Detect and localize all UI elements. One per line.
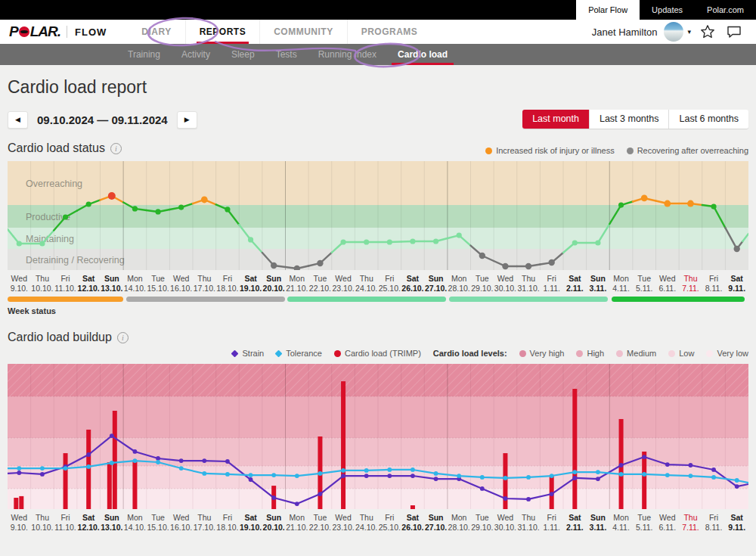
subnav-item-cardio-load[interactable]: Cardio load <box>387 44 458 65</box>
legend-item: Recovering after overreaching <box>627 146 748 155</box>
legend-level-item: Low <box>668 349 694 358</box>
cardio-load-status-chart: OverreachingProductiveMaintainingDetrain… <box>8 161 748 270</box>
week-status-bar <box>8 297 748 302</box>
chevron-down-icon[interactable]: ▾ <box>687 28 691 36</box>
nav-item-community[interactable]: COMMUNITY <box>259 20 347 44</box>
status-section-header: Cardio load statusi Increased risk of in… <box>8 141 748 155</box>
week-status-segment <box>126 297 285 302</box>
date-range-text: 09.10.2024 — 09.11.2024 <box>37 113 168 126</box>
prev-period-button[interactable]: ◀ <box>8 111 28 129</box>
topbar-tab-updates[interactable]: Updates <box>640 0 695 20</box>
info-icon[interactable]: i <box>110 143 122 154</box>
logo-divider <box>67 26 67 38</box>
legend-dot-icon <box>485 148 492 154</box>
polar-logo[interactable]: PLAR. FLOW <box>9 23 107 40</box>
buildup-section-header: Cardio load buildupi StrainToleranceCard… <box>8 331 748 358</box>
user-name[interactable]: Janet Hamilton <box>592 26 658 38</box>
nav-menu: DIARYREPORTSCOMMUNITYPROGRAMS <box>128 20 431 44</box>
status-legend: Increased risk of injury or illnessRecov… <box>485 146 748 155</box>
flow-wordmark: FLOW <box>75 26 107 38</box>
legend-item: Increased risk of injury or illness <box>485 146 615 155</box>
nav-item-diary[interactable]: DIARY <box>128 20 184 44</box>
favorites-star-icon[interactable] <box>698 22 717 42</box>
site-topbar: Polar FlowUpdatesPolar.com <box>0 0 756 20</box>
legend-level-item: High <box>576 349 604 358</box>
feedback-chat-icon[interactable] <box>724 22 744 42</box>
legend-diamond-icon <box>231 349 239 357</box>
user-area: Janet Hamilton ▾ <box>592 22 756 42</box>
next-period-button[interactable]: ▶ <box>177 111 197 129</box>
info-icon[interactable]: i <box>117 332 129 343</box>
legend-dot-icon <box>576 350 583 357</box>
polar-logo-o-icon <box>19 26 29 37</box>
status-chart-x-axis: Wed9.10.Thu10.10.Fri11.10.Sat12.10.Sun13… <box>8 274 748 294</box>
legend-circle-icon <box>334 350 341 357</box>
legend-dot-icon <box>616 350 623 357</box>
legend-item: Strain <box>232 349 264 358</box>
week-status-segment <box>287 297 446 302</box>
nav-item-programs[interactable]: PROGRAMS <box>347 20 432 44</box>
reports-subnav: TrainingActivitySleepTestsRunning IndexC… <box>0 44 756 65</box>
legend-diamond-icon <box>275 349 283 357</box>
subnav-item-training[interactable]: Training <box>117 44 171 65</box>
subnav-item-sleep[interactable]: Sleep <box>221 44 265 65</box>
buildup-chart-x-axis: Wed9.10.Thu10.10.Fri11.10.Sat12.10.Sun13… <box>8 513 748 533</box>
buildup-heading: Cardio load buildupi <box>8 331 748 344</box>
content: Cardio load report ◀ 09.10.2024 — 09.11.… <box>0 77 756 533</box>
legend-dot-icon <box>706 350 713 357</box>
main-nav: PLAR. FLOW DIARYREPORTSCOMMUNITYPROGRAMS… <box>0 20 756 44</box>
legend-level-item: Medium <box>616 349 656 358</box>
range-button-last-month[interactable]: Last month <box>522 110 589 129</box>
axis-day-label: Sat9.11. <box>720 513 754 533</box>
legend-level-item: Very high <box>519 349 565 358</box>
subnav-item-tests[interactable]: Tests <box>265 44 308 65</box>
cardio-load-levels-label: Cardio load levels: <box>433 349 507 358</box>
legend-item: Tolerance <box>276 349 322 358</box>
svg-text:Detraining / Recovering: Detraining / Recovering <box>26 255 125 266</box>
status-heading: Cardio load statusi <box>8 141 122 155</box>
legend-level-item: Very low <box>706 349 748 358</box>
range-button-group: Last monthLast 3 monthsLast 6 months <box>522 110 748 129</box>
week-status-segment <box>612 297 745 302</box>
polar-logo-text: PLAR. <box>9 23 60 40</box>
legend-item: Cardio load (TRIMP) <box>334 349 421 358</box>
page-title: Cardio load report <box>8 77 748 98</box>
subnav-item-running-index[interactable]: Running Index <box>308 44 387 65</box>
buildup-legend: StrainToleranceCardio load (TRIMP)Cardio… <box>8 349 748 358</box>
topbar-tab-polar-com[interactable]: Polar.com <box>695 0 756 20</box>
cardio-load-buildup-chart <box>8 364 748 509</box>
legend-dot-icon <box>668 350 675 357</box>
week-status-segment <box>449 297 608 302</box>
subnav-item-activity[interactable]: Activity <box>171 44 221 65</box>
range-button-last-3-months[interactable]: Last 3 months <box>589 110 669 129</box>
topbar-tab-polar-flow[interactable]: Polar Flow <box>576 0 640 20</box>
week-status-segment <box>8 297 123 302</box>
week-status-label: Week status <box>8 306 748 315</box>
legend-dot-icon <box>627 148 634 154</box>
date-navigation: ◀ 09.10.2024 — 09.11.2024 ▶ Last monthLa… <box>8 110 748 129</box>
avatar[interactable] <box>664 22 683 42</box>
axis-day-label: Sat9.11. <box>720 274 754 294</box>
legend-dot-icon <box>519 350 526 357</box>
range-button-last-6-months[interactable]: Last 6 months <box>668 110 748 129</box>
nav-item-reports[interactable]: REPORTS <box>185 20 260 44</box>
